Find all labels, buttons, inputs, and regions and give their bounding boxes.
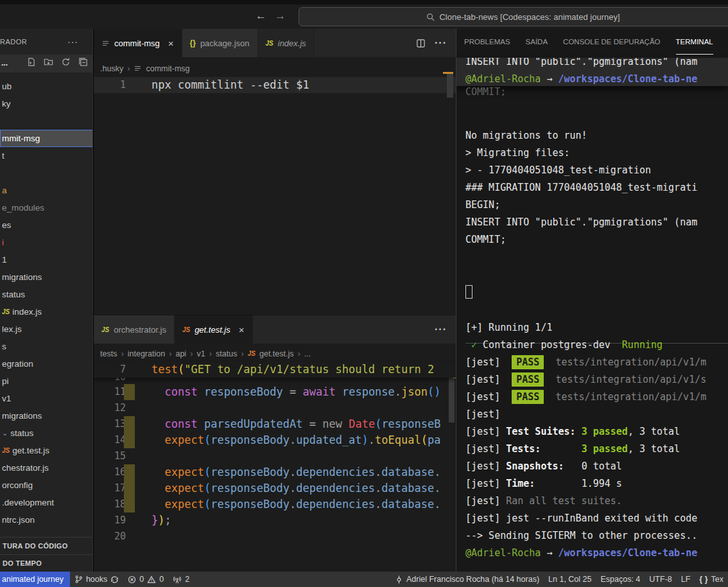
panel-tab-terminal[interactable]: TERMINAL — [676, 29, 713, 55]
breadcrumb-segment[interactable]: api — [175, 349, 186, 358]
file-tree-item[interactable]: chestrator.js — [0, 459, 93, 477]
sidebar-section-header[interactable]: TURA DO CÓDIGO — [0, 537, 93, 554]
editor-tab-get.test.js[interactable]: JSget.test.js× — [175, 315, 253, 344]
terminal-line: [jest] Test Suites: 3 passed, 3 total — [465, 423, 728, 441]
refresh-icon[interactable] — [61, 57, 71, 67]
breadcrumb-segment[interactable]: commit-msg — [146, 64, 189, 73]
breadcrumb-segment[interactable]: integration — [128, 349, 165, 358]
breadcrumb-segment[interactable]: get.test.js — [259, 349, 294, 358]
file-tree-item[interactable]: migrations — [0, 268, 93, 286]
more-icon[interactable]: ··· — [435, 324, 447, 335]
file-tree-item[interactable] — [0, 112, 93, 130]
code-line[interactable]: 18 expect(responseBody.dependencies.data… — [94, 496, 456, 513]
language-mode[interactable]: { }Tex — [695, 572, 728, 587]
panel-tab-console-de-depuração[interactable]: CONSOLE DE DEPURAÇÃO — [563, 29, 660, 55]
code-line[interactable]: 13 const parsedUpdatedAt = new Date(resp… — [94, 416, 456, 432]
sidebar-section-header[interactable]: DO TEMPO — [0, 554, 93, 572]
forward-arrow[interactable]: → — [275, 10, 286, 22]
code-line[interactable]: 1npx commitlint --edit $1 — [94, 77, 456, 93]
file-tree-item[interactable]: es — [0, 216, 93, 234]
branch-status[interactable]: hooks — [70, 572, 123, 587]
file-tree-item[interactable]: lex.js — [0, 320, 93, 338]
editor-tab-index.js[interactable]: JSindex.js — [258, 29, 315, 57]
file-tree-item[interactable]: 1 — [0, 251, 93, 268]
close-icon[interactable]: × — [239, 324, 245, 335]
breadcrumb-segment[interactable]: ... — [304, 349, 311, 358]
error-icon — [128, 575, 136, 584]
file-tree-item[interactable]: JSget.test.js — [0, 442, 93, 459]
encoding[interactable]: UTF-8 — [645, 572, 676, 587]
terminal-line: @Adriel-Rocha → /workspaces/Clone-tab-ne — [465, 71, 728, 86]
js-orange-icon: JS — [248, 350, 256, 357]
remote-indicator[interactable]: animated journey — [0, 572, 70, 587]
file-tree-item[interactable]: mmit-msg — [0, 130, 93, 147]
breadcrumb-segment[interactable]: v1 — [197, 349, 205, 358]
panel-tab-saída[interactable]: SAÍDA — [526, 29, 548, 55]
file-tree-item[interactable]: migrations — [0, 407, 93, 425]
file-tree-item[interactable]: egration — [0, 355, 93, 372]
code-line[interactable]: 11 const responseBody = await response.j… — [94, 384, 456, 400]
file-tree-item[interactable]: pi — [0, 372, 93, 390]
code-line[interactable]: 14 expect(responseBody.updated_at).toEqu… — [94, 432, 456, 448]
editor-content[interactable]: 1npx commitlint --edit $1 — [94, 77, 456, 93]
editor-tab-orchestrator.js[interactable]: JSorchestrator.js — [94, 315, 175, 344]
split-editor-icon[interactable] — [416, 39, 426, 48]
close-icon[interactable]: × — [168, 38, 174, 49]
collapse-all-icon[interactable] — [78, 57, 88, 67]
file-tree-item[interactable]: status — [0, 286, 93, 303]
code-line[interactable]: 15 — [94, 448, 456, 464]
file-tree-item[interactable]: ub — [0, 78, 93, 95]
code-line[interactable]: 7test("GET to /api/v1/status should retu… — [94, 362, 456, 378]
scrollbar-thumb[interactable] — [447, 72, 453, 98]
more-icon[interactable]: ··· — [435, 37, 447, 49]
code-line[interactable]: 19}); — [94, 513, 456, 529]
status-label: Tex — [711, 575, 724, 584]
file-tree-item[interactable]: i — [0, 234, 93, 251]
file-tree-item[interactable]: .development — [0, 494, 93, 511]
code-line[interactable]: 20 — [94, 529, 456, 545]
breadcrumb-segment[interactable]: status — [216, 349, 237, 358]
file-name: pi — [2, 372, 9, 390]
indentation[interactable]: Espaços: 4 — [596, 572, 645, 587]
branch-icon — [74, 575, 83, 584]
editor-tab-package.json[interactable]: {}package.json — [182, 29, 258, 57]
new-file-icon[interactable] — [26, 57, 36, 67]
file-tree-item[interactable]: a — [0, 182, 93, 199]
cursor-position[interactable]: Ln 1, Col 25 — [544, 572, 596, 587]
git-blame[interactable]: Adriel Francisco Rocha (há 14 horas) — [390, 572, 544, 587]
code-line[interactable]: 16 expect(responseBody.dependencies.data… — [94, 464, 456, 480]
code-line[interactable]: 12 — [94, 400, 456, 416]
file-tree-item[interactable]: JSindex.js — [0, 303, 93, 320]
ports-status[interactable]: 2 — [168, 572, 194, 587]
file-tree-item[interactable]: orconfig — [0, 477, 93, 494]
git-modified-gutter — [124, 384, 135, 400]
file-tree-item[interactable]: ntrc.json — [0, 511, 93, 529]
back-arrow[interactable]: ← — [256, 10, 266, 22]
file-tree-item[interactable]: ⌄status — [0, 425, 93, 442]
breadcrumb-separator: › — [241, 349, 243, 358]
status-label: animated journey — [2, 575, 64, 584]
new-folder-icon[interactable] — [44, 57, 53, 67]
breadcrumb-segment[interactable]: tests — [100, 349, 117, 358]
panel-tab-problemas[interactable]: PROBLEMAS — [464, 29, 510, 55]
file-tree-item[interactable]: e_modules — [0, 199, 93, 216]
terminal-cursor — [465, 285, 472, 299]
file-tree-item[interactable]: t — [0, 147, 93, 164]
file-name: e_modules — [2, 199, 44, 216]
file-tree-item[interactable]: v1 — [0, 390, 93, 407]
code-line[interactable]: 10 — [94, 378, 456, 384]
command-center-search[interactable]: Clone-tab-news [Codespaces: animated jou… — [299, 7, 728, 26]
explorer-section-toolbar: ... — [0, 55, 93, 73]
file-tree-item[interactable]: ky — [0, 95, 93, 112]
editor-content[interactable]: 7test("GET to /api/v1/status should retu… — [94, 362, 456, 545]
editor-tab-commit-msg[interactable]: commit-msg× — [94, 29, 182, 57]
problems-status[interactable]: 00 — [123, 572, 168, 587]
file-tree-item[interactable]: s — [0, 338, 93, 355]
code-line[interactable]: 17 expect(responseBody.dependencies.data… — [94, 480, 456, 496]
terminal-line: BEGIN; — [465, 197, 728, 214]
breadcrumb-segment[interactable]: .husky — [100, 64, 123, 73]
terminal-body[interactable]: INSERT INTO "public"."pgmigrations" (nam… — [465, 58, 728, 572]
file-tree-item[interactable] — [0, 164, 93, 182]
eol[interactable]: LF — [677, 572, 695, 587]
explorer-more-icon[interactable]: ··· — [67, 37, 78, 47]
